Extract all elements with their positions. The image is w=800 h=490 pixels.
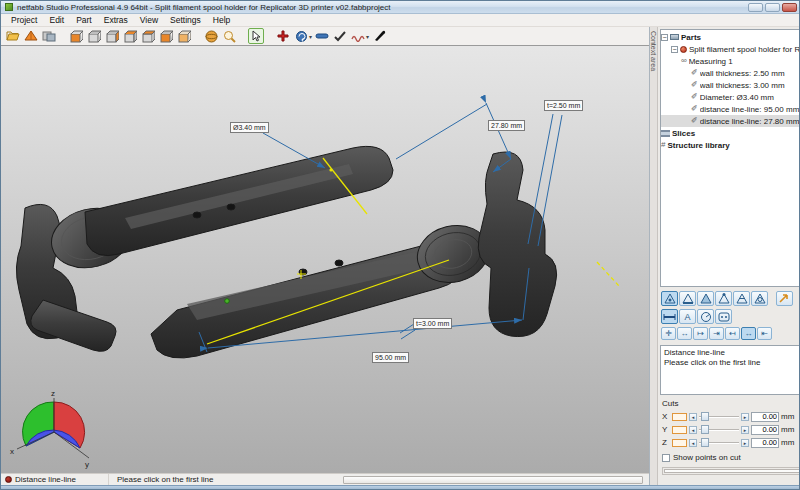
menu-view[interactable]: View xyxy=(134,14,164,26)
view-bottom-icon[interactable] xyxy=(158,28,174,44)
tree-measuring-label[interactable]: Measuring 1 xyxy=(689,57,800,66)
show-points-checkbox[interactable] xyxy=(662,454,670,462)
cut-decrement-button[interactable]: ◂ xyxy=(689,439,697,447)
slider-thumb[interactable] xyxy=(701,438,709,447)
instruction-box: Distance line-line Please click on the f… xyxy=(660,345,800,395)
tree-row-measurement[interactable]: ✐ distance line-line: 95.00 mm xyxy=(661,103,800,115)
orientation-widget[interactable]: z x y xyxy=(10,389,89,469)
measure-edge-tool-icon[interactable] xyxy=(679,291,696,306)
measure-angle-tool-icon[interactable]: A xyxy=(679,309,696,324)
view-iso-icon[interactable] xyxy=(176,28,192,44)
cut-value-input-x[interactable] xyxy=(751,412,779,422)
view-right-icon[interactable] xyxy=(122,28,138,44)
minimize-button[interactable] xyxy=(748,3,763,12)
cut-axis-label: X xyxy=(662,412,670,421)
apply-icon[interactable] xyxy=(332,28,348,44)
dim-mode-line-line-icon[interactable]: ↦ xyxy=(693,327,708,340)
dim-mode-line-plane-icon[interactable]: ↤ xyxy=(725,327,740,340)
tree-expander[interactable]: − xyxy=(671,46,678,53)
slider-thumb[interactable] xyxy=(701,412,709,421)
panel-horizontal-scrollbar[interactable] xyxy=(662,467,800,475)
cut-hotkey-box[interactable] xyxy=(672,413,687,421)
measure-vertex-tool-icon[interactable] xyxy=(715,291,732,306)
select-tool-icon[interactable] xyxy=(248,28,264,44)
cut-hotkey-box[interactable] xyxy=(672,439,687,447)
measure-wall-thickness-tool-icon[interactable] xyxy=(715,309,732,324)
tree-row-measurement-selected[interactable]: ✐ distance line-line: 27.80 mm xyxy=(661,115,800,127)
rotate-dropdown-icon[interactable]: ▾ xyxy=(309,33,312,40)
tree-row-structure-library[interactable]: # Structure library + xyxy=(661,139,800,151)
menu-part[interactable]: Part xyxy=(70,14,98,26)
measurement-label[interactable]: wall thickness: 3.00 mm xyxy=(700,81,800,90)
import-icon[interactable] xyxy=(41,28,57,44)
analysis-dropdown-icon[interactable]: ▾ xyxy=(366,33,369,40)
analysis-icon[interactable] xyxy=(350,28,366,44)
scrollbar-thumb[interactable] xyxy=(664,469,800,473)
close-button[interactable] xyxy=(782,3,797,12)
cut-increment-button[interactable]: ▸ xyxy=(741,439,749,447)
tree-row-measurement[interactable]: ✐ wall thickness: 3.00 mm xyxy=(661,79,800,91)
measure-midpoint-tool-icon[interactable] xyxy=(733,291,750,306)
tree-row-measurement[interactable]: ✐ Diameter: Ø3.40 mm xyxy=(661,91,800,103)
measure-radius-tool-icon[interactable] xyxy=(697,309,714,324)
dim-mode-plane-plane-icon[interactable]: ↔ xyxy=(741,327,756,340)
tree-row-parts[interactable]: − Parts xyxy=(661,31,800,43)
menu-help[interactable]: Help xyxy=(207,14,236,26)
dim-mode-point-point-icon[interactable]: ✛ xyxy=(661,327,676,340)
cut-slider-y[interactable] xyxy=(699,425,739,434)
cut-decrement-button[interactable]: ◂ xyxy=(689,413,697,421)
measurement-label[interactable]: distance line-line: 95.00 mm xyxy=(700,105,800,114)
tree-row-part[interactable]: − Split filament spool holder for Replic… xyxy=(661,43,800,55)
dim-mode-point-plane-icon[interactable]: ⇥ xyxy=(709,327,724,340)
menu-edit[interactable]: Edit xyxy=(43,14,70,26)
slider-thumb[interactable] xyxy=(701,425,709,434)
menu-settings[interactable]: Settings xyxy=(164,14,207,26)
rotate-view-icon[interactable] xyxy=(293,28,309,44)
dim-mode-point-line-icon[interactable]: ↔ xyxy=(677,327,692,340)
measure-distance-tool-icon[interactable] xyxy=(661,309,678,324)
tree-parts-label[interactable]: Parts xyxy=(681,33,800,42)
context-panel: Context area − Parts − Split filament sp… xyxy=(649,27,799,485)
dim-mode-edge-icon[interactable]: ⇤ xyxy=(757,327,772,340)
annotate-pen-icon[interactable] xyxy=(371,28,387,44)
measure-distance-icon[interactable] xyxy=(314,28,330,44)
tree-slices-label[interactable]: Slices xyxy=(672,129,800,138)
measure-face-tool-icon[interactable] xyxy=(697,291,714,306)
measurement-label[interactable]: wall thickness: 2.50 mm xyxy=(700,69,800,78)
new-measuring-icon[interactable] xyxy=(275,28,291,44)
view-back-icon[interactable] xyxy=(86,28,102,44)
zoom-all-icon[interactable] xyxy=(203,28,219,44)
measure-center-tool-icon[interactable] xyxy=(751,291,768,306)
menu-extras[interactable]: Extras xyxy=(98,14,134,26)
tree-structure-label[interactable]: Structure library xyxy=(667,141,800,150)
measurement-label[interactable]: distance line-line: 27.80 mm xyxy=(700,117,800,126)
open-project-icon[interactable] xyxy=(5,28,21,44)
snap-tool-icon[interactable] xyxy=(776,291,793,306)
tree-row-measurement[interactable]: ✐ wall thickness: 2.50 mm xyxy=(661,67,800,79)
tree-row-measuring-group[interactable]: ∞ Measuring 1 ✱ xyxy=(661,55,800,67)
tree-row-slices[interactable]: Slices xyxy=(661,127,800,139)
viewport-3d[interactable]: z x y Ø3.40 mm t=2.50 mm 27.80 mm t=3.00… xyxy=(1,45,649,473)
cut-value-input-z[interactable] xyxy=(751,438,779,448)
measurement-label[interactable]: Diameter: Ø3.40 mm xyxy=(700,93,800,102)
context-area-tab[interactable]: Context area xyxy=(650,27,658,485)
tree-expander[interactable]: − xyxy=(661,34,668,41)
menu-project[interactable]: Project xyxy=(5,14,43,26)
cut-slider-x[interactable] xyxy=(699,412,739,421)
view-top-icon[interactable] xyxy=(140,28,156,44)
zoom-in-icon[interactable] xyxy=(221,28,237,44)
add-part-icon[interactable] xyxy=(23,28,39,44)
maximize-button[interactable] xyxy=(765,3,780,12)
cut-hotkey-box[interactable] xyxy=(672,426,687,434)
view-front-icon[interactable] xyxy=(68,28,84,44)
cut-decrement-button[interactable]: ◂ xyxy=(689,426,697,434)
cut-increment-button[interactable]: ▸ xyxy=(741,426,749,434)
title-bar[interactable]: netfabb Studio Professional 4.9 64bit - … xyxy=(1,1,800,14)
cut-value-input-y[interactable] xyxy=(751,425,779,435)
view-left-icon[interactable] xyxy=(104,28,120,44)
cut-increment-button[interactable]: ▸ xyxy=(741,413,749,421)
tree-part-label[interactable]: Split filament spool holder for Replica xyxy=(689,45,800,54)
cut-slider-z[interactable] xyxy=(699,438,739,447)
measure-point-tool-icon[interactable] xyxy=(661,291,678,306)
caliper-icon: ✐ xyxy=(691,93,698,101)
